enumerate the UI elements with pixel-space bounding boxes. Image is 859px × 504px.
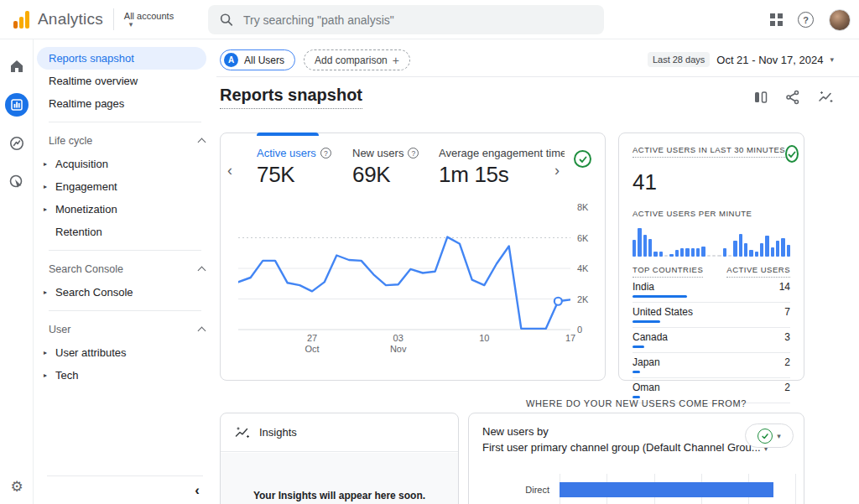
caret-down-icon: ▾ (129, 21, 133, 28)
data-quality-check-icon[interactable] (574, 150, 591, 168)
main-content: A All Users Add comparison + Last 28 day… (220, 39, 859, 504)
search-bar[interactable] (208, 5, 604, 34)
chevron-up-icon (198, 267, 206, 275)
explore-icon[interactable] (5, 132, 29, 155)
dimension-selector[interactable]: First user primary channel group (Defaul… (482, 441, 790, 454)
collapse-sidenav-icon[interactable]: ‹ (195, 482, 203, 499)
nav-section-header-search-console[interactable]: Search Console (34, 257, 216, 281)
data-quality-check-icon[interactable] (785, 145, 799, 163)
country-name: India (633, 281, 687, 293)
metrics-prev-icon[interactable]: ‹ (227, 162, 232, 179)
metric-avg-engagement-time[interactable]: Average engagement time p 1m 15s (439, 147, 565, 188)
x-tick-label: 03Nov (390, 333, 407, 355)
country-row[interactable]: Japan2 (633, 353, 790, 378)
insights-body: Your Insights will appear here soon. (221, 453, 458, 504)
logo-bar (25, 11, 29, 29)
nav-section-label: Life cycle (49, 135, 92, 147)
help-circle-icon[interactable]: ? (320, 148, 331, 158)
sidebar-item-realtime-overview[interactable]: Realtime overview (34, 70, 216, 92)
y-tick-label: 4K (577, 263, 588, 273)
customize-report-icon[interactable] (753, 90, 768, 105)
country-bar (633, 371, 640, 373)
plus-icon: + (393, 54, 399, 67)
insights-header: Insights (221, 413, 458, 452)
card-options-pill[interactable]: ▾ (745, 423, 794, 448)
home-icon[interactable] (5, 55, 29, 78)
active-users-header[interactable]: ACTIVE USERS (726, 265, 790, 278)
top-countries-header[interactable]: TOP COUNTRIES (633, 265, 703, 278)
all-users-chip[interactable]: A All Users (220, 49, 295, 70)
country-name: Japan (633, 356, 660, 368)
analytics-logo-icon[interactable] (13, 10, 29, 29)
grid-dot (770, 21, 775, 26)
metrics-next-icon[interactable]: › (554, 162, 560, 179)
app-root: Analytics All accounts ▾ ? (0, 0, 859, 504)
minute-bar (653, 252, 657, 257)
sidebar-item-search-console[interactable]: ▸Search Console (34, 281, 216, 304)
sidebar-item-label: Reports snapshot (49, 52, 134, 65)
minute-bar (633, 240, 636, 257)
insights-icon[interactable] (817, 90, 834, 105)
insights-sparkle-icon (234, 426, 251, 439)
apps-grid-icon[interactable] (770, 13, 783, 26)
sidebar-item-tech[interactable]: ▸Tech (34, 364, 216, 387)
country-active-users: 7 (784, 306, 790, 318)
country-name: Oman (633, 382, 660, 393)
nav-section-header-life-cycle[interactable]: Life cycle (34, 129, 216, 153)
user-avatar[interactable] (829, 9, 851, 31)
minute-bar (680, 248, 684, 257)
channel-bar-chart[interactable]: DirectOrganic Search (482, 474, 790, 504)
metric-value: 1m 15s (439, 162, 565, 188)
country-row[interactable]: India14 (633, 278, 790, 303)
realtime-card: ACTIVE USERS IN LAST 30 MINUTES 41 ACTIV… (618, 132, 804, 381)
minute-bar (648, 239, 652, 257)
reports-icon[interactable] (5, 93, 29, 117)
brand-name: Analytics (38, 10, 103, 29)
x-tick-label: 10 (479, 333, 489, 344)
country-row[interactable]: United States7 (633, 303, 790, 328)
sidebar-item-realtime-pages[interactable]: Realtime pages (34, 92, 216, 115)
advertising-icon[interactable] (5, 170, 29, 194)
share-icon[interactable] (785, 90, 800, 105)
sidenav-footer: ‹ (47, 475, 203, 504)
minute-bar (760, 243, 763, 257)
sidebar-item-reports-snapshot[interactable]: Reports snapshot (37, 47, 206, 70)
sidebar-item-monetization[interactable]: ▸Monetization (34, 198, 216, 221)
sidebar-item-retention[interactable]: Retention (34, 221, 216, 243)
sidebar-item-user-attributes[interactable]: ▸User attributes (34, 341, 216, 364)
date-range-picker[interactable]: Last 28 days Oct 21 - Nov 17, 2024 ▾ (648, 52, 834, 67)
settings-gear-icon[interactable]: ⚙ (0, 478, 34, 496)
caret-down-icon: ▾ (830, 55, 834, 64)
metric-new-users[interactable]: New users ? 69K (352, 147, 419, 188)
search-input[interactable] (243, 13, 592, 27)
active-users-per-minute-chart[interactable] (633, 225, 790, 257)
account-switcher[interactable]: All accounts ▾ (124, 11, 174, 28)
active-users-trend-chart[interactable] (238, 206, 570, 334)
expand-arrow-icon[interactable]: ▸ (44, 160, 55, 168)
channel-bar[interactable] (560, 482, 773, 497)
topbar: Analytics All accounts ▾ ? (0, 0, 859, 39)
chevron-up-icon (198, 138, 206, 147)
expand-arrow-icon[interactable]: ▸ (44, 349, 55, 356)
metric-label: Active users (257, 147, 316, 159)
expand-arrow-icon[interactable]: ▸ (44, 205, 55, 213)
country-row[interactable]: Canada3 (633, 328, 790, 353)
sidebar-item-engagement[interactable]: ▸Engagement (34, 175, 216, 198)
sidebar-item-label: Retention (55, 226, 102, 238)
nav-section-header-user[interactable]: User (34, 318, 216, 341)
expand-arrow-icon[interactable]: ▸ (44, 183, 55, 190)
metric-active-users[interactable]: Active users ? 75K (257, 147, 331, 188)
help-circle-icon[interactable]: ? (408, 148, 419, 158)
sidebar-item-acquisition[interactable]: ▸Acquisition (34, 153, 216, 175)
minute-bar (776, 241, 779, 257)
divider (113, 8, 114, 30)
realtime-title[interactable]: ACTIVE USERS IN LAST 30 MINUTES (633, 145, 785, 158)
metric-label: Average engagement time p (439, 147, 565, 159)
date-range-value: Oct 21 - Nov 17, 2024 (716, 54, 823, 66)
divider (49, 122, 201, 122)
expand-arrow-icon[interactable]: ▸ (44, 288, 55, 296)
dimension-label: First user primary channel group (Defaul… (482, 441, 761, 454)
add-comparison-button[interactable]: Add comparison + (304, 49, 410, 70)
help-icon[interactable]: ? (798, 12, 814, 28)
expand-arrow-icon[interactable]: ▸ (44, 372, 55, 379)
